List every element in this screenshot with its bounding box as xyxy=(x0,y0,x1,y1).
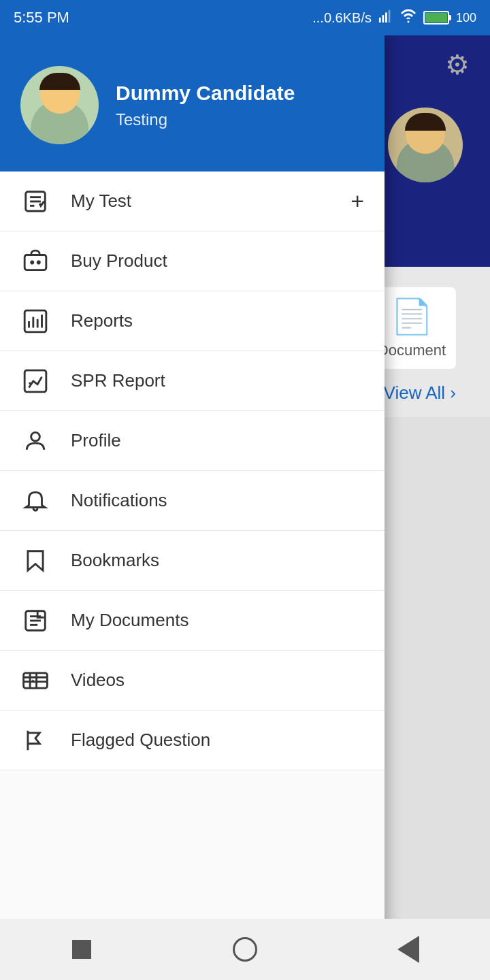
wifi-icon xyxy=(400,8,416,28)
svg-rect-17 xyxy=(24,370,46,392)
profile-icon xyxy=(20,426,50,456)
bg-user-avatar xyxy=(388,108,463,182)
svg-rect-24 xyxy=(24,672,48,687)
svg-rect-9 xyxy=(24,255,46,270)
notifications-icon xyxy=(20,486,50,516)
menu-item-flagged-question[interactable]: Flagged Question xyxy=(0,710,385,770)
svg-point-10 xyxy=(31,261,33,263)
network-speed: ...0.6KB/s xyxy=(312,10,372,26)
navigation-drawer: Dummy Candidate Testing My Test + Buy Pr… xyxy=(0,35,385,980)
recent-apps-button[interactable] xyxy=(61,929,102,970)
bookmarks-icon xyxy=(20,546,50,576)
user-subtitle: Testing xyxy=(116,110,295,129)
menu-item-videos[interactable]: Videos xyxy=(0,651,385,710)
settings-gear-icon[interactable]: ⚙ xyxy=(445,49,470,80)
svg-rect-1 xyxy=(382,15,384,22)
menu-item-reports[interactable]: Reports xyxy=(0,291,385,351)
flagged-question-icon xyxy=(20,725,50,755)
menu-item-my-test[interactable]: My Test + xyxy=(0,172,385,231)
svg-point-19 xyxy=(31,432,40,441)
battery-indicator xyxy=(423,11,449,24)
flagged-question-label: Flagged Question xyxy=(71,730,364,751)
home-button[interactable] xyxy=(225,929,265,970)
add-test-button[interactable]: + xyxy=(350,188,364,214)
menu-item-my-documents[interactable]: My Documents xyxy=(0,591,385,651)
videos-label: Videos xyxy=(71,670,364,691)
reports-label: Reports xyxy=(71,310,364,331)
buy-product-label: Buy Product xyxy=(71,250,364,272)
menu-list: My Test + Buy Product Reports xyxy=(0,172,385,980)
menu-item-bookmarks[interactable]: Bookmarks xyxy=(0,531,385,591)
navigation-bar xyxy=(0,919,490,980)
user-avatar xyxy=(20,66,99,144)
my-test-label: My Test xyxy=(71,191,330,212)
time-display: 5:55 PM xyxy=(14,9,69,27)
svg-point-11 xyxy=(37,261,39,263)
document-label: Document xyxy=(378,342,446,359)
svg-rect-3 xyxy=(389,10,391,22)
svg-rect-2 xyxy=(385,12,387,22)
profile-label: Profile xyxy=(71,430,364,451)
back-button[interactable] xyxy=(388,929,429,970)
signal-icon xyxy=(378,9,393,27)
reports-icon xyxy=(20,306,50,336)
drawer-header: Dummy Candidate Testing xyxy=(0,35,385,172)
my-test-icon xyxy=(20,186,50,216)
my-documents-label: My Documents xyxy=(71,610,364,631)
menu-item-spr-report[interactable]: SPR Report xyxy=(0,351,385,411)
my-documents-icon xyxy=(20,606,50,636)
menu-item-profile[interactable]: Profile xyxy=(0,411,385,471)
menu-item-notifications[interactable]: Notifications xyxy=(0,471,385,531)
notifications-label: Notifications xyxy=(71,490,364,511)
bookmarks-label: Bookmarks xyxy=(71,550,364,571)
status-bar: 5:55 PM ...0.6KB/s 100 xyxy=(0,0,490,35)
videos-icon xyxy=(20,666,50,696)
battery-percent: 100 xyxy=(456,11,476,25)
svg-rect-0 xyxy=(379,17,381,22)
document-icon: 📄 xyxy=(391,297,433,336)
buy-product-icon xyxy=(20,246,50,276)
spr-report-label: SPR Report xyxy=(71,370,364,391)
menu-item-buy-product[interactable]: Buy Product xyxy=(0,231,385,291)
svg-rect-12 xyxy=(24,310,46,332)
user-name: Dummy Candidate xyxy=(116,82,295,105)
svg-point-4 xyxy=(407,20,409,22)
spr-report-icon xyxy=(20,366,50,396)
